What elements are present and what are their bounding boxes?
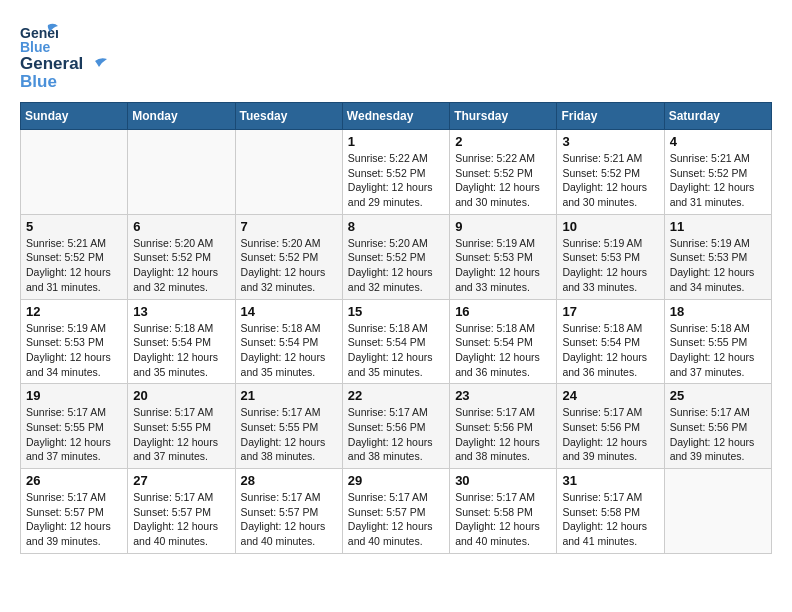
logo-icon: General Blue — [20, 20, 58, 58]
calendar-cell: 24Sunrise: 5:17 AM Sunset: 5:56 PM Dayli… — [557, 384, 664, 469]
day-number: 13 — [133, 304, 229, 319]
day-number: 23 — [455, 388, 551, 403]
day-info: Sunrise: 5:17 AM Sunset: 5:56 PM Dayligh… — [455, 405, 551, 464]
day-info: Sunrise: 5:17 AM Sunset: 5:57 PM Dayligh… — [348, 490, 444, 549]
day-info: Sunrise: 5:19 AM Sunset: 5:53 PM Dayligh… — [670, 236, 766, 295]
day-info: Sunrise: 5:17 AM Sunset: 5:57 PM Dayligh… — [241, 490, 337, 549]
logo-blue: Blue — [20, 72, 57, 92]
calendar-cell — [235, 130, 342, 215]
day-info: Sunrise: 5:20 AM Sunset: 5:52 PM Dayligh… — [241, 236, 337, 295]
calendar-cell: 31Sunrise: 5:17 AM Sunset: 5:58 PM Dayli… — [557, 469, 664, 554]
day-number: 14 — [241, 304, 337, 319]
calendar-cell: 20Sunrise: 5:17 AM Sunset: 5:55 PM Dayli… — [128, 384, 235, 469]
calendar-cell: 28Sunrise: 5:17 AM Sunset: 5:57 PM Dayli… — [235, 469, 342, 554]
day-info: Sunrise: 5:19 AM Sunset: 5:53 PM Dayligh… — [26, 321, 122, 380]
logo-bird-icon — [85, 57, 107, 71]
day-info: Sunrise: 5:22 AM Sunset: 5:52 PM Dayligh… — [348, 151, 444, 210]
calendar-cell: 8Sunrise: 5:20 AM Sunset: 5:52 PM Daylig… — [342, 214, 449, 299]
day-info: Sunrise: 5:20 AM Sunset: 5:52 PM Dayligh… — [348, 236, 444, 295]
calendar-cell: 15Sunrise: 5:18 AM Sunset: 5:54 PM Dayli… — [342, 299, 449, 384]
day-number: 6 — [133, 219, 229, 234]
calendar-cell: 19Sunrise: 5:17 AM Sunset: 5:55 PM Dayli… — [21, 384, 128, 469]
calendar-cell: 1Sunrise: 5:22 AM Sunset: 5:52 PM Daylig… — [342, 130, 449, 215]
day-number: 7 — [241, 219, 337, 234]
calendar-cell: 5Sunrise: 5:21 AM Sunset: 5:52 PM Daylig… — [21, 214, 128, 299]
calendar-cell — [128, 130, 235, 215]
logo: General Blue General Blue — [20, 20, 109, 92]
calendar-cell: 29Sunrise: 5:17 AM Sunset: 5:57 PM Dayli… — [342, 469, 449, 554]
day-info: Sunrise: 5:17 AM Sunset: 5:56 PM Dayligh… — [670, 405, 766, 464]
calendar-cell: 30Sunrise: 5:17 AM Sunset: 5:58 PM Dayli… — [450, 469, 557, 554]
day-number: 20 — [133, 388, 229, 403]
day-info: Sunrise: 5:18 AM Sunset: 5:54 PM Dayligh… — [241, 321, 337, 380]
weekday-header-thursday: Thursday — [450, 103, 557, 130]
day-info: Sunrise: 5:18 AM Sunset: 5:54 PM Dayligh… — [562, 321, 658, 380]
day-info: Sunrise: 5:17 AM Sunset: 5:55 PM Dayligh… — [133, 405, 229, 464]
calendar-cell — [21, 130, 128, 215]
day-info: Sunrise: 5:17 AM Sunset: 5:55 PM Dayligh… — [241, 405, 337, 464]
day-number: 18 — [670, 304, 766, 319]
calendar-cell: 3Sunrise: 5:21 AM Sunset: 5:52 PM Daylig… — [557, 130, 664, 215]
day-info: Sunrise: 5:21 AM Sunset: 5:52 PM Dayligh… — [562, 151, 658, 210]
day-number: 4 — [670, 134, 766, 149]
day-info: Sunrise: 5:22 AM Sunset: 5:52 PM Dayligh… — [455, 151, 551, 210]
calendar-cell: 11Sunrise: 5:19 AM Sunset: 5:53 PM Dayli… — [664, 214, 771, 299]
calendar-header: SundayMondayTuesdayWednesdayThursdayFrid… — [21, 103, 772, 130]
day-number: 29 — [348, 473, 444, 488]
day-number: 19 — [26, 388, 122, 403]
day-info: Sunrise: 5:17 AM Sunset: 5:57 PM Dayligh… — [26, 490, 122, 549]
day-number: 31 — [562, 473, 658, 488]
page-header: General Blue General Blue — [20, 20, 772, 92]
calendar-cell: 12Sunrise: 5:19 AM Sunset: 5:53 PM Dayli… — [21, 299, 128, 384]
weekday-header-tuesday: Tuesday — [235, 103, 342, 130]
day-number: 30 — [455, 473, 551, 488]
day-info: Sunrise: 5:21 AM Sunset: 5:52 PM Dayligh… — [670, 151, 766, 210]
day-info: Sunrise: 5:20 AM Sunset: 5:52 PM Dayligh… — [133, 236, 229, 295]
day-info: Sunrise: 5:18 AM Sunset: 5:55 PM Dayligh… — [670, 321, 766, 380]
day-number: 1 — [348, 134, 444, 149]
day-info: Sunrise: 5:17 AM Sunset: 5:55 PM Dayligh… — [26, 405, 122, 464]
day-info: Sunrise: 5:21 AM Sunset: 5:52 PM Dayligh… — [26, 236, 122, 295]
day-number: 12 — [26, 304, 122, 319]
weekday-header-sunday: Sunday — [21, 103, 128, 130]
day-number: 28 — [241, 473, 337, 488]
day-info: Sunrise: 5:19 AM Sunset: 5:53 PM Dayligh… — [455, 236, 551, 295]
day-info: Sunrise: 5:17 AM Sunset: 5:56 PM Dayligh… — [348, 405, 444, 464]
day-info: Sunrise: 5:17 AM Sunset: 5:57 PM Dayligh… — [133, 490, 229, 549]
day-number: 25 — [670, 388, 766, 403]
day-number: 24 — [562, 388, 658, 403]
day-info: Sunrise: 5:18 AM Sunset: 5:54 PM Dayligh… — [455, 321, 551, 380]
calendar-cell: 18Sunrise: 5:18 AM Sunset: 5:55 PM Dayli… — [664, 299, 771, 384]
calendar-cell: 9Sunrise: 5:19 AM Sunset: 5:53 PM Daylig… — [450, 214, 557, 299]
calendar-week-row: 26Sunrise: 5:17 AM Sunset: 5:57 PM Dayli… — [21, 469, 772, 554]
calendar-cell: 23Sunrise: 5:17 AM Sunset: 5:56 PM Dayli… — [450, 384, 557, 469]
day-number: 22 — [348, 388, 444, 403]
calendar-cell: 27Sunrise: 5:17 AM Sunset: 5:57 PM Dayli… — [128, 469, 235, 554]
day-number: 8 — [348, 219, 444, 234]
day-number: 26 — [26, 473, 122, 488]
day-number: 10 — [562, 219, 658, 234]
calendar-cell — [664, 469, 771, 554]
calendar-cell: 17Sunrise: 5:18 AM Sunset: 5:54 PM Dayli… — [557, 299, 664, 384]
weekday-header-saturday: Saturday — [664, 103, 771, 130]
day-info: Sunrise: 5:18 AM Sunset: 5:54 PM Dayligh… — [133, 321, 229, 380]
day-number: 15 — [348, 304, 444, 319]
calendar-cell: 7Sunrise: 5:20 AM Sunset: 5:52 PM Daylig… — [235, 214, 342, 299]
calendar-week-row: 1Sunrise: 5:22 AM Sunset: 5:52 PM Daylig… — [21, 130, 772, 215]
calendar-cell: 21Sunrise: 5:17 AM Sunset: 5:55 PM Dayli… — [235, 384, 342, 469]
calendar-week-row: 12Sunrise: 5:19 AM Sunset: 5:53 PM Dayli… — [21, 299, 772, 384]
svg-text:Blue: Blue — [20, 39, 51, 55]
day-info: Sunrise: 5:19 AM Sunset: 5:53 PM Dayligh… — [562, 236, 658, 295]
day-info: Sunrise: 5:17 AM Sunset: 5:56 PM Dayligh… — [562, 405, 658, 464]
weekday-header-monday: Monday — [128, 103, 235, 130]
weekday-header-friday: Friday — [557, 103, 664, 130]
calendar-cell: 2Sunrise: 5:22 AM Sunset: 5:52 PM Daylig… — [450, 130, 557, 215]
day-number: 5 — [26, 219, 122, 234]
day-number: 3 — [562, 134, 658, 149]
calendar-body: 1Sunrise: 5:22 AM Sunset: 5:52 PM Daylig… — [21, 130, 772, 554]
calendar-cell: 13Sunrise: 5:18 AM Sunset: 5:54 PM Dayli… — [128, 299, 235, 384]
day-info: Sunrise: 5:17 AM Sunset: 5:58 PM Dayligh… — [562, 490, 658, 549]
day-number: 27 — [133, 473, 229, 488]
day-number: 9 — [455, 219, 551, 234]
calendar-cell: 10Sunrise: 5:19 AM Sunset: 5:53 PM Dayli… — [557, 214, 664, 299]
